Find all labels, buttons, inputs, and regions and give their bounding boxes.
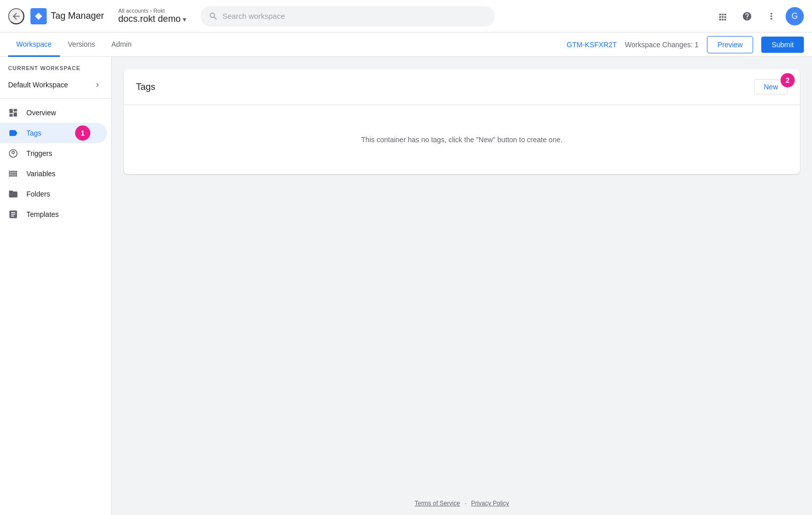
sidebar-item-templates[interactable]: Templates <box>0 204 107 224</box>
sidebar: CURRENT WORKSPACE Default Workspace › Ov… <box>0 57 112 515</box>
search-input[interactable] <box>222 12 487 20</box>
app-name: Tag Manager <box>51 11 104 21</box>
sidebar-item-folders[interactable]: Folders <box>0 184 107 204</box>
template-icon <box>8 209 18 219</box>
tab-versions[interactable]: Versions <box>60 33 104 57</box>
avatar[interactable]: G <box>786 7 804 25</box>
current-workspace-label: CURRENT WORKSPACE <box>0 57 111 75</box>
gtm-logo-icon <box>30 8 47 24</box>
workspace-selector[interactable]: Default Workspace › <box>0 75 107 94</box>
gtm-id-link[interactable]: GTM-KSFXR2T <box>567 41 617 49</box>
sidebar-item-overview[interactable]: Overview <box>0 103 107 123</box>
chevron-down-icon: ▾ <box>183 15 186 23</box>
chevron-right-icon: › <box>96 79 99 90</box>
nav-right: GTM-KSFXR2T Workspace Changes: 1 Preview… <box>567 36 804 53</box>
terms-link[interactable]: Terms of Service <box>415 500 460 507</box>
sidebar-item-variables[interactable]: Variables <box>0 164 107 184</box>
back-button[interactable] <box>8 8 24 24</box>
tags-empty-message: This container has no tags, click the "N… <box>124 105 800 174</box>
help-icon-button[interactable] <box>737 6 757 26</box>
breadcrumb: All accounts › Rokt <box>118 8 186 14</box>
workspace-changes-label: Workspace Changes: 1 <box>625 41 698 49</box>
tab-workspace[interactable]: Workspace <box>8 33 60 57</box>
tags-section-title: Tags <box>136 82 155 92</box>
submit-button[interactable]: Submit <box>761 37 804 53</box>
sidebar-item-label-triggers: Triggers <box>26 149 52 157</box>
more-vert-icon-button[interactable] <box>761 6 782 26</box>
folder-icon <box>8 189 18 199</box>
search-icon <box>209 11 218 21</box>
preview-button[interactable]: Preview <box>707 36 754 53</box>
tab-admin[interactable]: Admin <box>103 33 140 57</box>
top-icons: G <box>713 6 804 26</box>
footer: Terms of Service · Privacy Policy <box>112 492 812 515</box>
main-layout: CURRENT WORKSPACE Default Workspace › Ov… <box>0 57 812 515</box>
footer-separator: · <box>465 500 466 507</box>
sidebar-item-label-tags: Tags <box>26 129 42 137</box>
badge-2: 2 <box>781 73 795 87</box>
content-area: Tags New 2 This container has no tags, c… <box>112 57 812 515</box>
new-btn-container: New 2 <box>754 79 788 94</box>
badge-1: 1 <box>75 125 90 141</box>
tags-card-header: Tags New 2 <box>124 69 800 105</box>
grid-icon-button[interactable] <box>713 6 733 26</box>
account-info: All accounts › Rokt docs.rokt demo ▾ <box>118 8 186 24</box>
logo-area: Tag Manager <box>30 8 104 24</box>
top-bar: Tag Manager All accounts › Rokt docs.rok… <box>0 0 812 33</box>
workspace-name: Default Workspace <box>8 81 68 89</box>
sidebar-item-label-folders: Folders <box>26 190 50 198</box>
variable-icon <box>8 169 18 179</box>
sidebar-divider <box>0 98 111 99</box>
sidebar-item-triggers[interactable]: Triggers <box>0 143 107 164</box>
sidebar-item-tags[interactable]: Tags 1 <box>0 123 107 143</box>
search-bar[interactable] <box>200 6 495 26</box>
privacy-link[interactable]: Privacy Policy <box>471 500 509 507</box>
sidebar-item-label-templates: Templates <box>26 210 59 218</box>
sidebar-item-label-overview: Overview <box>26 109 56 117</box>
trigger-icon <box>8 148 18 158</box>
tags-card: Tags New 2 This container has no tags, c… <box>124 69 800 174</box>
nav-tabs: Workspace Versions Admin GTM-KSFXR2T Wor… <box>0 33 812 57</box>
overview-icon <box>8 108 18 118</box>
account-name-dropdown[interactable]: docs.rokt demo ▾ <box>118 14 186 24</box>
tag-icon <box>8 128 18 138</box>
sidebar-item-label-variables: Variables <box>26 170 55 178</box>
